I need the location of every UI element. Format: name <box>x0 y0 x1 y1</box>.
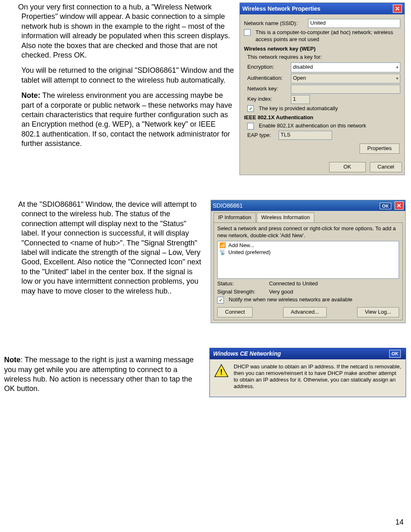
ieee-enable-checkbox[interactable] <box>247 123 254 130</box>
adhoc-checkbox[interactable] <box>244 29 251 36</box>
notify-checkbox[interactable]: ✓ <box>217 297 224 303</box>
autokey-checkbox[interactable]: ✓ <box>247 105 254 112</box>
netkey-input[interactable] <box>291 85 400 94</box>
adhoc-label: This is a computer-to-computer (ad hoc) … <box>255 29 400 43</box>
instructions-text: Select a network and press connect or ri… <box>217 225 399 239</box>
window-title: Wireless Network Properties <box>242 5 320 12</box>
wep-req-label: This network requires a key for: <box>247 54 400 61</box>
encryption-select[interactable]: disabled▾ <box>291 62 400 72</box>
auth-label: Authentication: <box>247 75 288 82</box>
keyidx-label: Key index: <box>247 96 288 103</box>
window-title: SDIO86861 <box>213 202 243 209</box>
tab-ip-info[interactable]: IP Information <box>214 213 256 222</box>
encryption-label: Encryption: <box>247 64 288 71</box>
ok-button[interactable]: OK <box>380 203 392 209</box>
wireless-properties-window: Wireless Network Properties ✕ Network na… <box>239 2 405 175</box>
ok-button[interactable]: OK <box>389 350 401 357</box>
advanced-button[interactable]: Advanced... <box>283 307 327 317</box>
step-d-p1: d.On your very first connection to a hub… <box>4 2 235 60</box>
ok-button[interactable]: OK <box>329 162 366 172</box>
close-icon[interactable]: ✕ <box>395 201 404 210</box>
sdio-window: SDIO86861 OK ✕ IP Information Wireless I… <box>211 200 406 323</box>
window-title-bar: Wireless Network Properties ✕ <box>240 3 404 14</box>
list-item-network[interactable]: 📡 United (preferred) <box>218 249 398 256</box>
auth-select[interactable]: Open▾ <box>291 74 400 83</box>
antenna-icon: 📶 <box>219 242 226 249</box>
notify-label: Notify me when new wireless networks are… <box>229 296 353 303</box>
network-list[interactable]: 📶 Add New... 📡 United (preferred) <box>217 241 399 279</box>
step-d-note: Note: The wireless environment you are a… <box>4 91 235 148</box>
window-title-bar: Windows CE Networking OK <box>210 348 406 359</box>
ieee-group-header: IEEE 802.1X Authentication <box>244 114 400 121</box>
wep-group-header: Wireless network key (WEP) <box>244 46 400 53</box>
connect-button[interactable]: Connect <box>217 307 253 317</box>
dhcp-message: DHCP was unable to obtain an IP address.… <box>234 363 402 390</box>
ssid-input[interactable]: United <box>308 19 400 28</box>
window-title-bar: SDIO86861 OK ✕ <box>211 200 405 211</box>
cancel-button[interactable]: Cancel <box>370 162 402 172</box>
signal-label: Signal Strength: <box>217 289 267 296</box>
note-paragraph: Note: The message to the right is just a… <box>4 355 204 394</box>
ieee-enable-label: Enable 802.1X authentication on this net… <box>259 123 366 130</box>
viewlog-button[interactable]: View Log... <box>357 307 399 317</box>
list-item-add-new[interactable]: 📶 Add New... <box>218 242 398 249</box>
warning-icon: ! <box>214 363 229 378</box>
autokey-label: The key is provided automatically <box>259 105 338 112</box>
eap-label: EAP type: <box>247 132 276 139</box>
ssid-label: Network name (SSID): <box>244 20 306 27</box>
properties-button[interactable]: Properties <box>360 143 399 154</box>
connected-icon: 📡 <box>219 249 226 256</box>
status-value: Connected to United <box>269 280 318 287</box>
netkey-label: Network key: <box>247 86 288 93</box>
status-label: Status: <box>217 280 267 287</box>
ce-networking-window: Windows CE Networking OK ! DHCP was unab… <box>209 348 406 397</box>
close-icon[interactable]: ✕ <box>393 5 402 13</box>
svg-text:!: ! <box>220 368 223 376</box>
eap-input[interactable]: TLS <box>279 131 332 140</box>
keyidx-input[interactable]: 1 <box>291 95 310 104</box>
chevron-down-icon: ▾ <box>396 76 398 81</box>
tab-wireless-info[interactable]: Wireless Information <box>257 213 314 222</box>
step-d-p2: You will be returned to the original "SD… <box>4 66 235 85</box>
step-e-p1: e.At the "SDIO86861" Window, the device … <box>4 200 206 296</box>
window-title: Windows CE Networking <box>213 350 281 357</box>
chevron-down-icon: ▾ <box>396 65 398 70</box>
page-number: 14 <box>395 518 404 527</box>
signal-value: Very good <box>269 289 293 296</box>
